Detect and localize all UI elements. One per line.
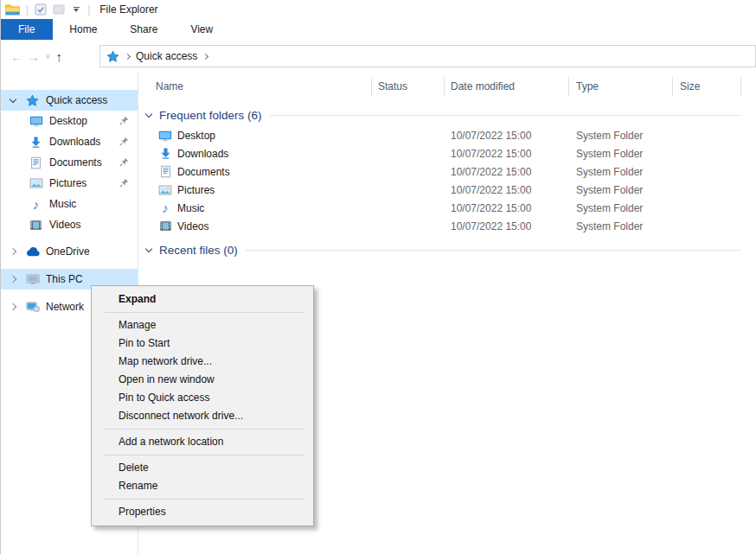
sidebar-item-label: Pictures bbox=[49, 177, 86, 189]
menu-item-map-network-drive[interactable]: Map network drive... bbox=[93, 353, 312, 371]
sidebar-item-desktop[interactable]: Desktop bbox=[0, 111, 138, 131]
column-header-type[interactable]: Type bbox=[569, 77, 673, 96]
pin-icon[interactable] bbox=[119, 136, 130, 147]
pictures-icon bbox=[29, 176, 43, 190]
file-type: System Folder bbox=[569, 199, 673, 217]
music-icon: ♪ bbox=[29, 197, 43, 211]
file-row-videos[interactable]: Videos 10/07/2022 15:00 System Folder bbox=[139, 217, 756, 235]
menu-item-rename[interactable]: Rename bbox=[93, 477, 312, 495]
documents-icon bbox=[158, 165, 172, 179]
sidebar-item-pictures[interactable]: Pictures bbox=[0, 173, 138, 194]
file-type: System Folder bbox=[569, 181, 673, 199]
file-type: System Folder bbox=[569, 162, 673, 181]
navigation-bar: ← → ∨ ↑ Quick access bbox=[0, 40, 756, 73]
sidebar-item-label: Music bbox=[49, 198, 76, 210]
sidebar-item-label: Documents bbox=[49, 156, 102, 169]
qat-separator: | bbox=[26, 3, 29, 16]
pin-icon[interactable] bbox=[119, 177, 130, 188]
file-size bbox=[673, 199, 741, 217]
tab-file[interactable]: File bbox=[0, 19, 53, 40]
customize-qat-icon[interactable] bbox=[71, 7, 81, 12]
file-row-documents[interactable]: Documents 10/07/2022 15:00 System Folder bbox=[139, 162, 756, 181]
sidebar-item-music[interactable]: ♪ Music bbox=[0, 194, 138, 214]
file-type: System Folder bbox=[569, 144, 673, 162]
file-size bbox=[673, 217, 741, 235]
file-date-modified: 10/07/2022 15:00 bbox=[445, 162, 569, 181]
sidebar-item-onedrive[interactable]: OneDrive bbox=[0, 241, 138, 262]
tab-home[interactable]: Home bbox=[53, 19, 113, 40]
sidebar-item-quick-access[interactable]: Quick access bbox=[0, 90, 138, 111]
column-header-size[interactable]: Size bbox=[673, 77, 741, 96]
sidebar-item-label: OneDrive bbox=[46, 245, 90, 258]
column-header-status[interactable]: Status bbox=[372, 77, 445, 96]
menu-separator bbox=[104, 455, 304, 455]
chevron-down-icon[interactable] bbox=[7, 99, 19, 102]
tab-share[interactable]: Share bbox=[113, 19, 174, 40]
group-header-frequent-folders[interactable]: Frequent folders (6) bbox=[139, 106, 741, 124]
breadcrumb-location[interactable]: Quick access bbox=[136, 50, 197, 62]
menu-item-pin-to-start[interactable]: Pin to Start bbox=[93, 334, 312, 353]
file-name: Videos bbox=[177, 220, 208, 232]
title-bar: | | File Explorer bbox=[0, 0, 756, 19]
file-name: Downloads bbox=[177, 148, 228, 160]
back-icon[interactable]: ← bbox=[10, 50, 23, 63]
file-status bbox=[372, 126, 445, 144]
group-header-recent-files[interactable]: Recent files (0) bbox=[139, 241, 741, 258]
file-row-downloads[interactable]: Downloads 10/07/2022 15:00 System Folder bbox=[139, 144, 756, 162]
menu-item-pin-to-quick-access[interactable]: Pin to Quick access bbox=[93, 389, 312, 407]
new-folder-icon[interactable] bbox=[53, 3, 65, 16]
quick-access-star-icon bbox=[25, 93, 40, 107]
network-icon bbox=[25, 300, 40, 314]
chevron-right-icon[interactable] bbox=[7, 249, 19, 254]
forward-icon[interactable]: → bbox=[27, 50, 40, 63]
file-date-modified: 10/07/2022 15:00 bbox=[445, 199, 569, 217]
group-rule bbox=[246, 250, 741, 251]
pin-icon[interactable] bbox=[119, 156, 130, 168]
downloads-icon bbox=[158, 147, 172, 161]
pictures-icon bbox=[158, 183, 172, 197]
menu-item-add-a-network-location[interactable]: Add a network location bbox=[93, 433, 312, 451]
sidebar-item-label: Quick access bbox=[46, 94, 107, 106]
file-date-modified: 10/07/2022 15:00 bbox=[445, 144, 569, 162]
chevron-right-icon[interactable] bbox=[7, 304, 19, 309]
menu-item-open-in-new-window[interactable]: Open in new window bbox=[93, 371, 312, 389]
file-date-modified: 10/07/2022 15:00 bbox=[445, 126, 569, 144]
sidebar-item-documents[interactable]: Documents bbox=[0, 152, 138, 173]
address-bar[interactable]: Quick access bbox=[99, 45, 756, 67]
column-header-date-modified[interactable]: Date modified bbox=[445, 77, 569, 96]
up-icon[interactable]: ↑ bbox=[56, 50, 63, 63]
menu-item-expand[interactable]: Expand bbox=[93, 290, 312, 309]
file-name: Documents bbox=[177, 166, 230, 178]
chevron-down-icon bbox=[145, 111, 152, 118]
window-title: File Explorer bbox=[99, 3, 157, 16]
menu-item-manage[interactable]: Manage bbox=[93, 316, 312, 334]
column-header-name[interactable]: Name bbox=[139, 77, 372, 96]
file-name: Desktop bbox=[177, 130, 215, 142]
qat-separator: | bbox=[87, 3, 90, 16]
file-type: System Folder bbox=[569, 126, 673, 144]
sidebar-item-label: Network bbox=[46, 301, 84, 313]
tab-view[interactable]: View bbox=[174, 19, 229, 40]
recent-locations-caret-icon[interactable]: ∨ bbox=[45, 52, 51, 60]
group-header-label: Recent files (0) bbox=[159, 244, 238, 257]
sidebar-item-label: Desktop bbox=[49, 115, 87, 127]
breadcrumb-chevron-icon[interactable] bbox=[202, 53, 208, 59]
pin-icon[interactable] bbox=[119, 115, 130, 126]
chevron-right-icon[interactable] bbox=[7, 277, 19, 282]
breadcrumb-chevron-icon[interactable] bbox=[125, 53, 131, 59]
music-icon: ♪ bbox=[158, 201, 172, 215]
menu-separator bbox=[104, 312, 304, 313]
sidebar-item-downloads[interactable]: Downloads bbox=[0, 131, 138, 152]
chevron-down-icon bbox=[145, 245, 152, 252]
file-row-music[interactable]: ♪ Music 10/07/2022 15:00 System Folder bbox=[139, 199, 756, 217]
file-row-pictures[interactable]: Pictures 10/07/2022 15:00 System Folder bbox=[139, 181, 756, 199]
menu-item-delete[interactable]: Delete bbox=[93, 459, 312, 477]
sidebar-item-videos[interactable]: Videos bbox=[0, 214, 138, 235]
group-header-label: Frequent folders (6) bbox=[159, 109, 262, 122]
file-size bbox=[673, 181, 741, 199]
menu-item-disconnect-network-drive[interactable]: Disconnect network drive... bbox=[93, 407, 312, 425]
file-row-desktop[interactable]: Desktop 10/07/2022 15:00 System Folder bbox=[139, 126, 756, 144]
file-name: Music bbox=[177, 202, 204, 214]
menu-item-properties[interactable]: Properties bbox=[93, 503, 312, 521]
properties-icon[interactable] bbox=[35, 3, 47, 16]
